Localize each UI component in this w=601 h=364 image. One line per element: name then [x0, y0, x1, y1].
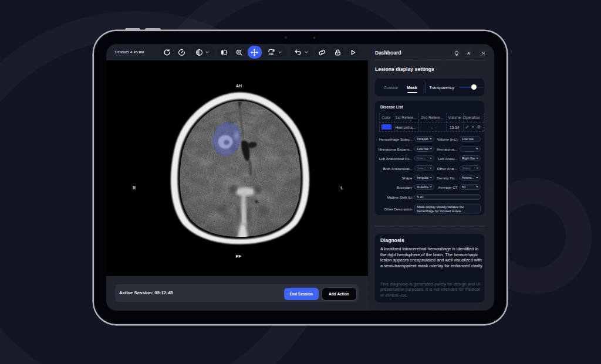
svg-text:180: 180 — [269, 53, 274, 56]
